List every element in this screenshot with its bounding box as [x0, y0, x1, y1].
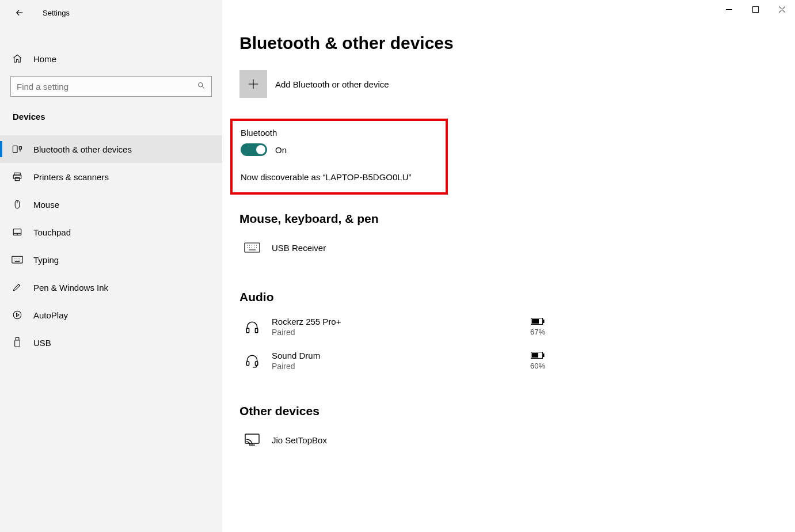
sidebar-item-label: USB — [33, 338, 51, 348]
pen-icon — [12, 282, 23, 293]
svg-rect-3 — [13, 175, 21, 178]
device-name: USB Receiver — [272, 243, 550, 253]
section-title-other: Other devices — [239, 404, 795, 418]
back-button[interactable] — [14, 7, 25, 18]
minimize-icon — [726, 6, 732, 13]
sidebar-item-label: Typing — [33, 255, 59, 265]
device-name: Rockerz 255 Pro+ — [272, 317, 515, 326]
section-title-mouse: Mouse, keyboard, & pen — [239, 212, 795, 226]
category-title: Devices — [0, 107, 222, 135]
sidebar-item-typing[interactable]: Typing — [0, 246, 222, 273]
usb-icon — [12, 337, 23, 348]
app-title: Settings — [43, 9, 70, 17]
nav-list: Bluetooth & other devices Printers & sca… — [0, 135, 222, 356]
sidebar-item-mouse[interactable]: Mouse — [0, 191, 222, 218]
keyboard-icon — [12, 254, 23, 265]
device-status: Paired — [272, 362, 515, 371]
sidebar-item-label: Pen & Windows Ink — [33, 283, 108, 292]
svg-rect-9 — [16, 337, 19, 340]
device-name: Jio SetTopBox — [272, 435, 550, 445]
device-row-settop[interactable]: Jio SetTopBox — [239, 427, 550, 459]
sidebar-item-printers[interactable]: Printers & scanners — [0, 163, 222, 191]
search-icon — [197, 81, 206, 92]
svg-rect-21 — [532, 353, 538, 358]
home-icon — [12, 53, 23, 64]
page-title: Bluetooth & other devices — [239, 33, 795, 53]
bluetooth-toggle[interactable] — [241, 143, 267, 156]
minimize-button[interactable] — [716, 0, 742, 18]
plus-box — [239, 70, 267, 98]
section-title-audio: Audio — [239, 290, 795, 304]
device-status: Paired — [272, 328, 515, 337]
add-device-button[interactable]: Add Bluetooth or other device — [239, 70, 795, 98]
battery-percent: 60% — [525, 362, 550, 370]
device-row-usb-receiver[interactable]: USB Receiver — [239, 235, 550, 267]
maximize-button[interactable] — [742, 0, 769, 18]
touchpad-icon — [12, 226, 23, 238]
svg-rect-22 — [543, 354, 545, 357]
maximize-icon — [752, 6, 759, 13]
battery-icon — [525, 317, 550, 326]
sidebar-item-label: Printers & scanners — [33, 172, 109, 182]
sidebar-item-autoplay[interactable]: AutoPlay — [0, 301, 222, 329]
bluetooth-label: Bluetooth — [241, 128, 438, 138]
svg-rect-14 — [255, 328, 257, 333]
discoverable-text: Now discoverable as “LAPTOP-B5DGO0LU” — [241, 172, 438, 182]
svg-rect-10 — [15, 340, 20, 347]
add-device-label: Add Bluetooth or other device — [275, 79, 389, 89]
svg-rect-1 — [13, 146, 18, 153]
keyboard-device-icon — [243, 238, 261, 257]
search-box[interactable] — [10, 76, 212, 97]
svg-point-0 — [199, 83, 203, 88]
close-button[interactable] — [769, 0, 795, 18]
svg-rect-4 — [15, 178, 20, 181]
headset-icon — [243, 352, 261, 370]
bluetooth-state: On — [275, 145, 287, 155]
window-controls — [716, 0, 795, 18]
main-content: Bluetooth & other devices Add Bluetooth … — [222, 0, 795, 532]
sidebar-item-label: Mouse — [33, 200, 59, 210]
svg-rect-11 — [752, 6, 758, 12]
sidebar-item-label: Bluetooth & other devices — [33, 145, 132, 154]
arrow-left-icon — [14, 7, 25, 18]
battery-icon — [525, 351, 550, 360]
sidebar-item-touchpad[interactable]: Touchpad — [0, 218, 222, 246]
svg-rect-18 — [246, 362, 249, 366]
sidebar-item-pen[interactable]: Pen & Windows Ink — [0, 273, 222, 301]
svg-point-8 — [13, 311, 21, 319]
mouse-icon — [12, 199, 23, 210]
svg-rect-19 — [255, 362, 257, 366]
sidebar-item-label: Touchpad — [33, 227, 71, 237]
device-battery: 67% — [525, 317, 550, 336]
sidebar-item-usb[interactable]: USB — [0, 329, 222, 356]
device-battery: 60% — [525, 351, 550, 370]
printer-icon — [12, 171, 23, 183]
sidebar-item-label: AutoPlay — [33, 310, 68, 320]
svg-rect-7 — [12, 256, 22, 263]
svg-rect-17 — [543, 320, 545, 323]
sidebar: Settings Home Devices Bluetooth & other … — [0, 0, 222, 532]
headphones-icon — [243, 318, 261, 336]
svg-rect-13 — [246, 328, 249, 333]
plus-icon — [247, 78, 260, 90]
home-label: Home — [33, 54, 56, 64]
svg-rect-16 — [532, 319, 539, 324]
sidebar-item-bluetooth[interactable]: Bluetooth & other devices — [0, 135, 222, 163]
sidebar-header: Settings — [0, 0, 222, 23]
bluetooth-toggle-row: On — [241, 143, 438, 156]
device-row-sounddrum[interactable]: Sound Drum Paired 60% — [239, 347, 550, 381]
autoplay-icon — [12, 309, 23, 321]
svg-rect-2 — [14, 173, 21, 175]
bluetooth-highlight: Bluetooth On Now discoverable as “LAPTOP… — [230, 119, 448, 195]
bluetooth-devices-icon — [12, 143, 23, 155]
device-row-rockerz[interactable]: Rockerz 255 Pro+ Paired 67% — [239, 313, 550, 347]
screen-cast-icon — [243, 431, 261, 449]
home-nav[interactable]: Home — [0, 46, 222, 71]
device-name: Sound Drum — [272, 351, 515, 360]
close-icon — [779, 6, 785, 13]
battery-percent: 67% — [525, 328, 550, 336]
search-input[interactable] — [17, 82, 197, 92]
